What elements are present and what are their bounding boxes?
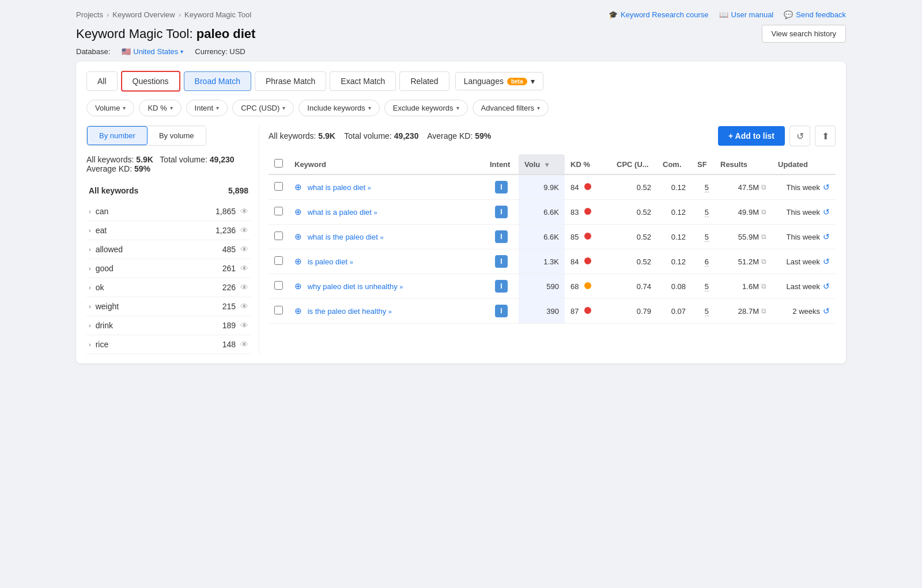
row-checkbox-cell [269,174,289,200]
add-keyword-icon[interactable]: ⊕ [294,256,302,266]
keyword-drilldown-icon[interactable]: » [380,234,383,241]
eye-icon[interactable]: 👁 [240,283,248,292]
send-feedback-link[interactable]: 💬 Send feedback [784,10,846,19]
refresh-row-icon[interactable]: ↺ [823,306,830,316]
eye-icon[interactable]: 👁 [240,264,248,273]
database-country-selector[interactable]: 🇺🇸 United States ▾ [122,47,183,56]
add-keyword-icon[interactable]: ⊕ [294,207,302,217]
expand-icon[interactable]: › [89,322,91,329]
kd-filter[interactable]: KD % ▾ [139,100,181,116]
view-search-history-button[interactable]: View search history [762,25,846,43]
expand-icon[interactable]: › [89,265,91,272]
list-item[interactable]: › rice 148 👁 [86,335,251,354]
group-count: 226 [222,283,236,292]
row-checkbox-cell [269,299,289,324]
volume-filter[interactable]: Volume ▾ [86,100,134,116]
keyword-research-course-link[interactable]: 🎓 Keyword Research course [609,10,708,19]
results-external-icon[interactable]: ⧉ [761,233,766,241]
tab-questions[interactable]: Questions [121,71,180,92]
refresh-row-icon[interactable]: ↺ [823,282,830,291]
list-item[interactable]: › good 261 👁 [86,259,251,278]
keyword-link[interactable]: what is paleo diet [308,183,365,192]
row-checkbox[interactable] [274,306,283,314]
tab-broad-match[interactable]: Broad Match [184,71,251,91]
sf-value[interactable]: 5 [705,307,709,316]
eye-icon[interactable]: 👁 [240,245,248,254]
refresh-row-icon[interactable]: ↺ [823,257,830,266]
breadcrumb-projects[interactable]: Projects [76,10,103,19]
keyword-drilldown-icon[interactable]: » [368,184,371,191]
add-to-list-button[interactable]: + Add to list [718,126,785,146]
results-external-icon[interactable]: ⧉ [761,257,766,265]
eye-icon[interactable]: 👁 [240,226,248,235]
by-volume-button[interactable]: By volume [148,126,206,145]
user-manual-link[interactable]: 📖 User manual [719,10,774,19]
row-checkbox[interactable] [274,256,283,265]
tab-exact-match[interactable]: Exact Match [330,71,396,91]
add-keyword-icon[interactable]: ⊕ [294,306,302,316]
refresh-button[interactable]: ↺ [789,126,810,146]
expand-icon[interactable]: › [89,303,91,310]
add-keyword-icon[interactable]: ⊕ [294,182,302,192]
expand-icon[interactable]: › [89,227,91,234]
list-item[interactable]: › ok 226 👁 [86,278,251,297]
add-keyword-icon[interactable]: ⊕ [294,232,302,241]
row-checkbox[interactable] [274,182,283,191]
volume-col-header[interactable]: Volu ▼ [519,154,565,174]
expand-icon[interactable]: › [89,284,91,291]
keyword-link[interactable]: is the paleo diet healthy [308,307,387,316]
refresh-row-icon[interactable]: ↺ [823,207,830,217]
list-item[interactable]: › can 1,865 👁 [86,202,251,221]
results-external-icon[interactable]: ⧉ [761,307,766,315]
languages-dropdown[interactable]: Languages beta ▾ [455,72,543,90]
keyword-drilldown-icon[interactable]: » [399,283,403,290]
export-button[interactable]: ⬆ [815,126,836,146]
keyword-drilldown-icon[interactable]: » [374,209,377,216]
refresh-row-icon[interactable]: ↺ [823,183,830,192]
add-keyword-icon[interactable]: ⊕ [294,281,302,291]
eye-icon[interactable]: 👁 [240,340,248,349]
tab-all[interactable]: All [86,71,118,91]
list-item[interactable]: › weight 215 👁 [86,297,251,316]
by-number-button[interactable]: By number [87,126,148,145]
keyword-drilldown-icon[interactable]: » [350,259,353,265]
keyword-link[interactable]: why paleo diet is unhealthy [308,282,398,291]
sf-value[interactable]: 5 [705,183,709,192]
eye-icon[interactable]: 👁 [240,207,248,216]
keyword-link[interactable]: what is a paleo diet [308,208,372,217]
include-keywords-filter[interactable]: Include keywords ▾ [298,100,379,116]
sf-value[interactable]: 5 [705,233,709,242]
exclude-keywords-filter[interactable]: Exclude keywords ▾ [384,100,468,116]
expand-icon[interactable]: › [89,246,91,253]
keyword-link[interactable]: is paleo diet [308,257,347,266]
tab-related[interactable]: Related [399,71,449,91]
row-checkbox[interactable] [274,232,283,240]
list-item[interactable]: › allowed 485 👁 [86,240,251,259]
advanced-filters[interactable]: Advanced filters ▾ [473,100,549,116]
sf-value[interactable]: 5 [705,282,709,291]
breadcrumb-overview[interactable]: Keyword Overview [112,10,175,19]
results-external-icon[interactable]: ⧉ [761,183,766,191]
sf-value[interactable]: 6 [705,257,709,267]
cpc-filter[interactable]: CPC (USD) ▾ [232,100,294,116]
select-all-checkbox[interactable] [274,159,283,168]
results-external-icon[interactable]: ⧉ [761,282,766,290]
cpc-col-header: CPC (U... [611,154,657,174]
eye-icon[interactable]: 👁 [240,302,248,311]
list-item[interactable]: › drink 189 👁 [86,316,251,335]
sf-value[interactable]: 5 [705,208,709,217]
results-external-icon[interactable]: ⧉ [761,208,766,216]
expand-icon[interactable]: › [89,208,91,215]
list-item[interactable]: › eat 1,236 👁 [86,221,251,240]
keyword-link[interactable]: what is the paleo diet [308,233,378,241]
tab-phrase-match[interactable]: Phrase Match [255,71,326,91]
intent-filter[interactable]: Intent ▾ [186,100,228,116]
keyword-drilldown-icon[interactable]: » [388,308,392,315]
kd-indicator [584,307,591,314]
eye-icon[interactable]: 👁 [240,321,248,330]
refresh-row-icon[interactable]: ↺ [823,232,830,241]
row-checkbox[interactable] [274,281,283,290]
results-cell: 55.9M ⧉ [715,225,772,249]
row-checkbox[interactable] [274,207,283,215]
expand-icon[interactable]: › [89,341,91,348]
